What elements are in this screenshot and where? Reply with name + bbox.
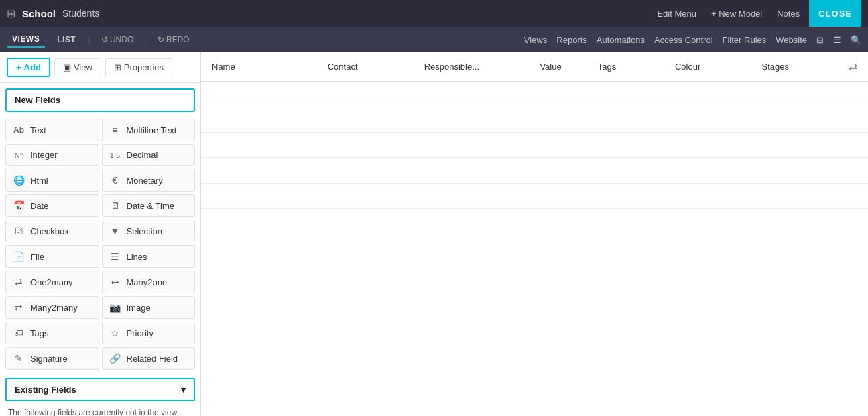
field-multiline-text[interactable]: ≡ Multiline Text xyxy=(102,119,196,141)
edit-menu-btn[interactable]: Edit Menu xyxy=(652,6,702,21)
signature-icon: ✎ xyxy=(13,353,25,364)
col-tags: Tags xyxy=(598,62,675,72)
view-button[interactable]: ▣ View xyxy=(54,58,101,76)
existing-fields-label: Existing Fields xyxy=(15,385,76,395)
many2many-icon: ⇄ xyxy=(13,302,25,313)
field-priority-label: Priority xyxy=(127,328,153,338)
field-checkbox[interactable]: ☑ Checkbox xyxy=(5,220,99,242)
field-priority[interactable]: ☆ Priority xyxy=(102,322,196,344)
col-value: Value xyxy=(540,62,597,72)
automations-link[interactable]: Automations xyxy=(597,35,645,45)
sidebar: + Add ▣ View ⊞ Properties New Fields Ab … xyxy=(0,52,201,416)
new-model-btn[interactable]: + New Model xyxy=(706,6,767,21)
integer-icon: N° xyxy=(13,151,25,159)
divider: | xyxy=(88,35,90,45)
field-html-label: Html xyxy=(30,176,48,186)
view-label: View xyxy=(74,62,92,72)
undo-btn[interactable]: ↺ UNDO xyxy=(97,32,138,47)
grid-icon[interactable]: ⊞ xyxy=(7,7,15,20)
field-tags-label: Tags xyxy=(30,328,48,338)
grid-view-icon[interactable]: ⊞ xyxy=(816,35,824,45)
field-integer[interactable]: N° Integer xyxy=(5,144,99,166)
properties-label: Properties xyxy=(124,62,164,72)
reports-link[interactable]: Reports xyxy=(556,35,587,45)
field-text[interactable]: Ab Text xyxy=(5,119,99,141)
view-icon: ▣ xyxy=(63,62,71,72)
related-icon: 🔗 xyxy=(109,353,121,364)
selection-icon: ▼ xyxy=(109,226,121,236)
field-one2many[interactable]: ⇄ One2many xyxy=(5,271,99,293)
add-button[interactable]: + Add xyxy=(7,58,50,77)
existing-fields-info: The following fields are currently not i… xyxy=(0,405,200,416)
table-row xyxy=(201,184,868,209)
tags-icon: 🏷 xyxy=(13,328,25,338)
table-row xyxy=(201,133,868,158)
field-integer-label: Integer xyxy=(30,150,57,160)
field-monetary-label: Monetary xyxy=(127,176,163,186)
field-multiline-label: Multiline Text xyxy=(127,125,177,135)
field-many2many[interactable]: ⇄ Many2many xyxy=(5,296,99,319)
col-stages: Stages xyxy=(761,62,849,72)
filter-icon[interactable]: ⇄ xyxy=(849,60,857,73)
lines-icon: ☰ xyxy=(109,251,121,262)
field-related[interactable]: 🔗 Related Field xyxy=(102,347,196,370)
text-icon: Ab xyxy=(13,125,25,135)
existing-fields-header[interactable]: Existing Fields ▾ xyxy=(5,378,195,401)
field-date-label: Date xyxy=(30,201,48,211)
field-many2one[interactable]: ↦ Many2one xyxy=(102,271,196,293)
existing-fields-arrow: ▾ xyxy=(181,385,186,395)
tab-list[interactable]: LIST xyxy=(52,32,81,47)
table-row xyxy=(201,158,868,184)
date-icon: 📅 xyxy=(13,200,25,211)
field-file-label: File xyxy=(30,252,44,262)
field-datetime[interactable]: 🗓 Date & Time xyxy=(102,194,196,217)
field-related-label: Related Field xyxy=(127,354,178,364)
sec-nav: VIEWS LIST | ↺ UNDO | ↻ REDO Views Repor… xyxy=(0,27,868,52)
new-fields-header: New Fields xyxy=(5,88,195,112)
module-name: Students xyxy=(62,8,99,19)
field-html[interactable]: 🌐 Html xyxy=(5,169,99,192)
field-image[interactable]: 📷 Image xyxy=(102,296,196,319)
field-signature[interactable]: ✎ Signature xyxy=(5,347,99,370)
top-nav: ⊞ School Students Edit Menu + New Model … xyxy=(0,0,868,27)
table-rows xyxy=(201,82,868,416)
datetime-icon: 🗓 xyxy=(109,200,121,211)
content-area: Name Contact Responsible... Value Tags C… xyxy=(201,52,868,416)
field-selection[interactable]: ▼ Selection xyxy=(102,220,196,242)
table-header: Name Contact Responsible... Value Tags C… xyxy=(201,52,868,82)
right-actions: Views Reports Automations Access Control… xyxy=(524,35,861,45)
nav-actions: Edit Menu + New Model Notes CLOSE xyxy=(652,0,861,27)
close-btn[interactable]: CLOSE xyxy=(809,0,861,27)
col-contact: Contact xyxy=(328,62,424,72)
field-decimal-label: Decimal xyxy=(127,150,158,160)
access-control-link[interactable]: Access Control xyxy=(654,35,712,45)
field-date[interactable]: 📅 Date xyxy=(5,194,99,217)
table-row xyxy=(201,107,868,133)
redo-btn[interactable]: ↻ REDO xyxy=(153,32,194,47)
field-lines[interactable]: ☰ Lines xyxy=(102,245,196,268)
field-lines-label: Lines xyxy=(127,252,147,262)
plus-icon: + xyxy=(16,62,21,72)
field-monetary[interactable]: € Monetary xyxy=(102,169,196,192)
col-name: Name xyxy=(212,62,328,72)
app-name: School xyxy=(22,8,56,19)
tab-views[interactable]: VIEWS xyxy=(7,31,45,48)
monetary-icon: € xyxy=(109,175,121,186)
field-file[interactable]: 📄 File xyxy=(5,245,99,268)
field-checkbox-label: Checkbox xyxy=(30,226,69,236)
checkbox-icon: ☑ xyxy=(13,226,25,236)
field-one2many-label: One2many xyxy=(30,277,73,287)
views-link[interactable]: Views xyxy=(524,35,547,45)
list-view-icon[interactable]: ☰ xyxy=(833,35,841,45)
filter-rules-link[interactable]: Filter Rules xyxy=(723,35,767,45)
new-fields-label: New Fields xyxy=(15,95,60,105)
website-link[interactable]: Website xyxy=(776,35,807,45)
notes-btn[interactable]: Notes xyxy=(771,6,805,21)
field-decimal[interactable]: 1.5 Decimal xyxy=(102,144,196,166)
field-many2many-label: Many2many xyxy=(30,303,78,313)
col-responsible: Responsible... xyxy=(424,62,540,72)
field-tags[interactable]: 🏷 Tags xyxy=(5,322,99,344)
properties-button[interactable]: ⊞ Properties xyxy=(105,58,172,76)
search-icon[interactable]: 🔍 xyxy=(851,35,861,45)
fields-grid: Ab Text ≡ Multiline Text N° Integer 1.5 … xyxy=(0,116,200,372)
